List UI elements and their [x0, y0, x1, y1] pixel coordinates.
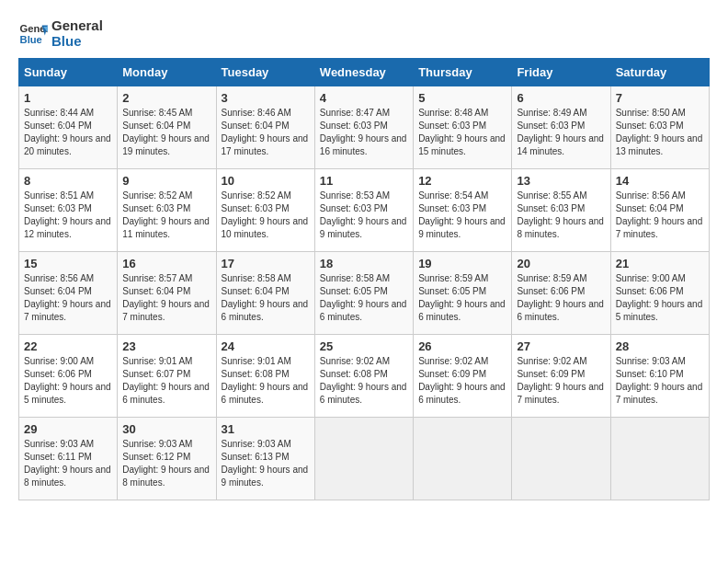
svg-text:Blue: Blue — [20, 33, 42, 44]
day-number: 7 — [616, 91, 704, 105]
day-info: Sunrise: 8:55 AM Sunset: 6:03 PM Dayligh… — [517, 190, 605, 241]
day-info: Sunrise: 9:03 AM Sunset: 6:10 PM Dayligh… — [616, 355, 704, 407]
day-info: Sunrise: 8:59 AM Sunset: 6:05 PM Dayligh… — [418, 272, 506, 324]
day-info: Sunrise: 8:50 AM Sunset: 6:03 PM Dayligh… — [616, 107, 704, 158]
calendar-cell: 9 Sunrise: 8:52 AM Sunset: 6:03 PM Dayli… — [118, 169, 216, 252]
calendar-cell: 27 Sunrise: 9:02 AM Sunset: 6:09 PM Dayl… — [512, 335, 610, 418]
page-header: General Blue General Blue — [18, 18, 710, 49]
header-day-saturday: Saturday — [610, 59, 709, 86]
day-info: Sunrise: 8:48 AM Sunset: 6:03 PM Dayligh… — [418, 107, 506, 158]
day-info: Sunrise: 9:00 AM Sunset: 6:06 PM Dayligh… — [24, 355, 112, 407]
calendar-cell: 17 Sunrise: 8:58 AM Sunset: 6:04 PM Dayl… — [216, 252, 314, 335]
calendar-cell — [610, 418, 709, 500]
day-info: Sunrise: 9:01 AM Sunset: 6:07 PM Dayligh… — [122, 355, 210, 407]
day-info: Sunrise: 9:01 AM Sunset: 6:08 PM Dayligh… — [222, 355, 310, 407]
day-number: 19 — [418, 257, 506, 270]
calendar-cell: 21 Sunrise: 9:00 AM Sunset: 6:06 PM Dayl… — [610, 252, 709, 335]
day-info: Sunrise: 8:58 AM Sunset: 6:04 PM Dayligh… — [222, 272, 310, 324]
day-number: 14 — [616, 174, 704, 188]
day-info: Sunrise: 8:49 AM Sunset: 6:03 PM Dayligh… — [517, 107, 605, 158]
logo-icon: General Blue — [18, 19, 48, 49]
calendar-cell — [314, 418, 413, 500]
calendar-cell: 30 Sunrise: 9:03 AM Sunset: 6:12 PM Dayl… — [118, 418, 216, 500]
day-number: 8 — [24, 174, 112, 188]
day-info: Sunrise: 8:58 AM Sunset: 6:05 PM Dayligh… — [320, 272, 408, 324]
calendar-week-4: 22 Sunrise: 9:00 AM Sunset: 6:06 PM Dayl… — [19, 335, 710, 418]
day-number: 26 — [418, 339, 506, 353]
calendar-cell: 6 Sunrise: 8:49 AM Sunset: 6:03 PM Dayli… — [512, 86, 610, 169]
day-number: 3 — [222, 91, 310, 105]
day-info: Sunrise: 8:54 AM Sunset: 6:03 PM Dayligh… — [418, 190, 506, 241]
calendar-cell: 2 Sunrise: 8:45 AM Sunset: 6:04 PM Dayli… — [118, 86, 216, 169]
day-info: Sunrise: 9:03 AM Sunset: 6:12 PM Dayligh… — [122, 438, 210, 489]
calendar-cell: 4 Sunrise: 8:47 AM Sunset: 6:03 PM Dayli… — [314, 86, 413, 169]
day-info: Sunrise: 8:44 AM Sunset: 6:04 PM Dayligh… — [24, 107, 112, 158]
day-number: 6 — [517, 91, 605, 105]
header-day-monday: Monday — [118, 59, 216, 86]
day-number: 16 — [122, 257, 210, 270]
day-number: 11 — [320, 174, 408, 188]
day-info: Sunrise: 8:52 AM Sunset: 6:03 PM Dayligh… — [222, 190, 310, 241]
calendar-cell: 5 Sunrise: 8:48 AM Sunset: 6:03 PM Dayli… — [414, 86, 512, 169]
calendar-cell: 8 Sunrise: 8:51 AM Sunset: 6:03 PM Dayli… — [19, 169, 118, 252]
calendar-cell: 1 Sunrise: 8:44 AM Sunset: 6:04 PM Dayli… — [19, 86, 118, 169]
calendar-cell: 16 Sunrise: 8:57 AM Sunset: 6:04 PM Dayl… — [118, 252, 216, 335]
day-info: Sunrise: 8:59 AM Sunset: 6:06 PM Dayligh… — [517, 272, 605, 324]
calendar-cell: 15 Sunrise: 8:56 AM Sunset: 6:04 PM Dayl… — [19, 252, 118, 335]
day-number: 27 — [517, 339, 605, 353]
day-number: 21 — [616, 257, 704, 270]
calendar-cell: 11 Sunrise: 8:53 AM Sunset: 6:03 PM Dayl… — [314, 169, 413, 252]
header-day-wednesday: Wednesday — [314, 59, 413, 86]
day-number: 15 — [24, 257, 112, 270]
calendar-week-5: 29 Sunrise: 9:03 AM Sunset: 6:11 PM Dayl… — [19, 418, 710, 500]
day-info: Sunrise: 8:53 AM Sunset: 6:03 PM Dayligh… — [320, 190, 408, 241]
day-info: Sunrise: 9:03 AM Sunset: 6:13 PM Dayligh… — [222, 438, 310, 489]
header-day-friday: Friday — [512, 59, 610, 86]
calendar-cell: 22 Sunrise: 9:00 AM Sunset: 6:06 PM Dayl… — [19, 335, 118, 418]
day-info: Sunrise: 8:47 AM Sunset: 6:03 PM Dayligh… — [320, 107, 408, 158]
day-number: 5 — [418, 91, 506, 105]
calendar-week-3: 15 Sunrise: 8:56 AM Sunset: 6:04 PM Dayl… — [19, 252, 710, 335]
day-number: 30 — [122, 422, 210, 436]
day-number: 4 — [320, 91, 408, 105]
calendar-cell: 31 Sunrise: 9:03 AM Sunset: 6:13 PM Dayl… — [216, 418, 314, 500]
calendar-table: SundayMondayTuesdayWednesdayThursdayFrid… — [18, 58, 710, 500]
day-number: 12 — [418, 174, 506, 188]
day-number: 18 — [320, 257, 408, 270]
calendar-cell — [414, 418, 512, 500]
calendar-cell: 12 Sunrise: 8:54 AM Sunset: 6:03 PM Dayl… — [414, 169, 512, 252]
day-info: Sunrise: 9:00 AM Sunset: 6:06 PM Dayligh… — [616, 272, 704, 324]
day-number: 28 — [616, 339, 704, 353]
day-info: Sunrise: 9:02 AM Sunset: 6:09 PM Dayligh… — [517, 355, 605, 407]
day-number: 31 — [222, 422, 310, 436]
day-info: Sunrise: 9:03 AM Sunset: 6:11 PM Dayligh… — [24, 438, 112, 489]
calendar-week-1: 1 Sunrise: 8:44 AM Sunset: 6:04 PM Dayli… — [19, 86, 710, 169]
calendar-cell: 10 Sunrise: 8:52 AM Sunset: 6:03 PM Dayl… — [216, 169, 314, 252]
calendar-cell: 13 Sunrise: 8:55 AM Sunset: 6:03 PM Dayl… — [512, 169, 610, 252]
day-number: 24 — [222, 339, 310, 353]
day-number: 22 — [24, 339, 112, 353]
day-info: Sunrise: 8:46 AM Sunset: 6:04 PM Dayligh… — [222, 107, 310, 158]
calendar-cell: 26 Sunrise: 9:02 AM Sunset: 6:09 PM Dayl… — [414, 335, 512, 418]
calendar-cell: 24 Sunrise: 9:01 AM Sunset: 6:08 PM Dayl… — [216, 335, 314, 418]
day-info: Sunrise: 8:56 AM Sunset: 6:04 PM Dayligh… — [24, 272, 112, 324]
day-info: Sunrise: 8:51 AM Sunset: 6:03 PM Dayligh… — [24, 190, 112, 241]
day-number: 9 — [122, 174, 210, 188]
header-day-tuesday: Tuesday — [216, 59, 314, 86]
header-day-sunday: Sunday — [19, 59, 118, 86]
logo: General Blue General Blue — [18, 18, 103, 49]
day-info: Sunrise: 8:52 AM Sunset: 6:03 PM Dayligh… — [122, 190, 210, 241]
calendar-header-row: SundayMondayTuesdayWednesdayThursdayFrid… — [19, 59, 710, 86]
day-info: Sunrise: 8:57 AM Sunset: 6:04 PM Dayligh… — [122, 272, 210, 324]
calendar-cell: 7 Sunrise: 8:50 AM Sunset: 6:03 PM Dayli… — [610, 86, 709, 169]
calendar-cell: 29 Sunrise: 9:03 AM Sunset: 6:11 PM Dayl… — [19, 418, 118, 500]
calendar-week-2: 8 Sunrise: 8:51 AM Sunset: 6:03 PM Dayli… — [19, 169, 710, 252]
day-info: Sunrise: 8:56 AM Sunset: 6:04 PM Dayligh… — [616, 190, 704, 241]
calendar-cell: 28 Sunrise: 9:03 AM Sunset: 6:10 PM Dayl… — [610, 335, 709, 418]
header-day-thursday: Thursday — [414, 59, 512, 86]
day-info: Sunrise: 8:45 AM Sunset: 6:04 PM Dayligh… — [122, 107, 210, 158]
day-number: 2 — [122, 91, 210, 105]
calendar-cell: 23 Sunrise: 9:01 AM Sunset: 6:07 PM Dayl… — [118, 335, 216, 418]
day-number: 20 — [517, 257, 605, 270]
day-number: 23 — [122, 339, 210, 353]
